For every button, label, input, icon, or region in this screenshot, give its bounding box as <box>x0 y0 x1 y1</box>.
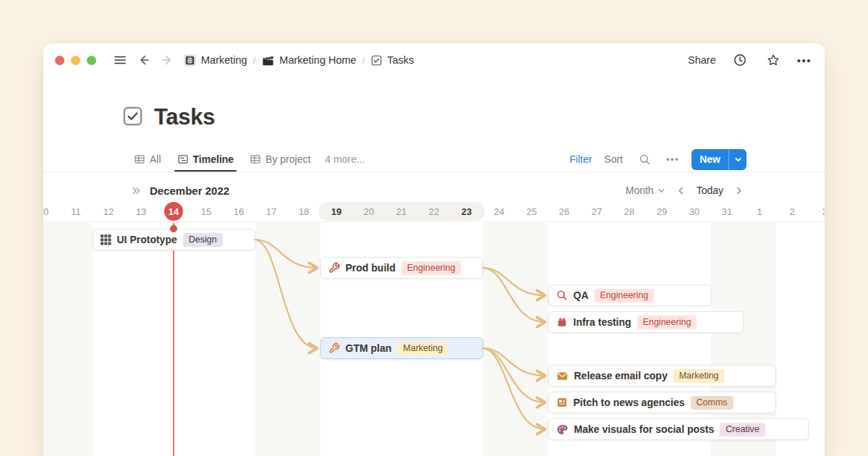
task-tag: Marketing <box>397 342 448 355</box>
envelope-icon <box>556 370 569 382</box>
task-bar-pitch-news-agencies[interactable]: Pitch to news agenciesComms <box>548 392 776 413</box>
task-tag: Engineering <box>595 289 655 303</box>
date-row: 1011121314151617181920212223242526272829… <box>43 201 825 222</box>
task-title: Make visuals for social posts <box>574 423 715 435</box>
date-cell: 31 <box>711 201 744 222</box>
date-cell: 11 <box>60 201 93 222</box>
page-title: Tasks <box>154 104 215 130</box>
date-cell: 25 <box>516 201 548 222</box>
date-cell: 22 <box>418 201 451 222</box>
hamburger-menu-icon[interactable] <box>111 51 129 69</box>
task-bar-gtm-plan[interactable]: GTM planMarketing <box>320 337 483 359</box>
task-tag: Design <box>183 233 223 247</box>
next-period-chevron-right-icon[interactable] <box>734 186 744 195</box>
task-bar-infra-testing[interactable]: Infra testingEngineering <box>548 311 744 333</box>
date-cell: 12 <box>93 201 125 222</box>
minimize-window-button[interactable] <box>71 56 80 65</box>
tab-all[interactable]: All <box>134 147 161 172</box>
date-cell: 17 <box>255 201 288 222</box>
date-cell: 24 <box>483 201 516 222</box>
database-icon <box>183 54 197 67</box>
forward-icon[interactable] <box>157 51 176 69</box>
date-cell: 20 <box>353 201 386 222</box>
timeline-period-label: December 2022 <box>150 185 229 197</box>
task-bar-qa[interactable]: QAEngineering <box>548 284 711 306</box>
weekend-stripe <box>255 223 320 456</box>
gantt-body: New UI PrototypeDesignProd buildEngineer… <box>43 223 825 456</box>
date-cell: 13 <box>125 201 158 222</box>
today-date-badge[interactable]: 14 <box>164 202 183 221</box>
weekend-stripe <box>483 223 548 456</box>
task-title: Release email copy <box>574 370 668 381</box>
date-cell: 30 <box>678 201 711 222</box>
grid-icon <box>101 235 111 245</box>
date-cell: 19 <box>320 201 353 222</box>
sort-button[interactable]: Sort <box>604 153 623 165</box>
new-button-group: New <box>692 149 746 170</box>
date-cell: 1 <box>744 201 776 222</box>
task-bar-release-email-copy[interactable]: Release email copyMarketing <box>548 365 776 387</box>
date-cell: 23 <box>451 201 483 222</box>
table-icon <box>134 153 145 165</box>
search-icon[interactable] <box>635 150 654 169</box>
breadcrumb-separator: / <box>253 55 256 66</box>
date-cell: 10 <box>43 201 60 222</box>
titlebar-actions: Share ••• <box>688 51 812 69</box>
tab-timeline[interactable]: Timeline <box>177 147 234 172</box>
news-icon <box>556 397 568 408</box>
share-button[interactable]: Share <box>688 54 716 66</box>
close-window-button[interactable] <box>55 56 64 65</box>
scale-selector[interactable]: Month <box>626 185 665 196</box>
table-icon <box>250 153 261 165</box>
clock-icon[interactable] <box>731 51 749 69</box>
breadcrumb: Marketing/Marketing Home/Tasks <box>183 54 414 67</box>
search-icon <box>556 290 568 301</box>
date-cell: 27 <box>581 201 613 222</box>
breadcrumb-separator: / <box>362 55 365 66</box>
date-cell: 28 <box>613 201 646 222</box>
prev-period-chevron-left-icon[interactable] <box>676 186 686 195</box>
task-bar-prod-build[interactable]: Prod buildEngineering <box>320 257 483 279</box>
task-tag: Comms <box>691 396 733 410</box>
date-cell: 15 <box>190 201 223 222</box>
desktop-background: Marketing/Marketing Home/Tasks Share •••… <box>0 0 868 456</box>
task-title: QA <box>574 290 589 301</box>
date-cell: 29 <box>646 201 678 222</box>
breadcrumb-item-marketing-home[interactable]: Marketing Home <box>261 54 356 67</box>
double-chevron-icon[interactable] <box>131 185 142 196</box>
task-tag: Engineering <box>637 316 697 329</box>
more-options-icon[interactable]: ••• <box>797 54 812 67</box>
tab-by-project[interactable]: By project <box>250 147 310 172</box>
traffic-lights <box>55 56 96 65</box>
date-cell: 2 <box>776 201 809 222</box>
app-window: Marketing/Marketing Home/Tasks Share •••… <box>43 43 825 456</box>
wrench-icon <box>328 342 340 354</box>
zoom-window-button[interactable] <box>87 56 96 65</box>
new-chevron-down-icon[interactable] <box>729 149 746 170</box>
view-toolbar: Filter Sort ••• New <box>569 149 746 170</box>
more-views-button[interactable]: 4 more... <box>325 153 365 165</box>
checkbox-icon <box>370 54 383 67</box>
view-more-icon[interactable]: ••• <box>666 154 679 165</box>
weekend-stripe <box>43 223 93 456</box>
task-title: Prod build <box>346 262 396 274</box>
timeline-view-icon <box>177 153 189 165</box>
filter-button[interactable]: Filter <box>569 153 592 165</box>
today-line <box>173 223 174 456</box>
task-bar-make-visuals[interactable]: Make visuals for social postsCreative <box>548 418 809 440</box>
timeline-header: December 2022 Month Today <box>43 180 825 201</box>
date-cell: 21 <box>386 201 418 222</box>
breadcrumb-item-tasks[interactable]: Tasks <box>370 54 414 67</box>
task-title: GTM plan <box>346 342 392 354</box>
task-title: Infra testing <box>574 316 631 328</box>
today-button[interactable]: Today <box>697 185 723 196</box>
palette-icon <box>556 423 569 436</box>
back-icon[interactable] <box>135 51 154 69</box>
new-button[interactable]: New <box>692 149 728 170</box>
task-title: Pitch to news agencies <box>574 397 685 408</box>
breadcrumb-item-marketing[interactable]: Marketing <box>183 54 247 67</box>
date-cell: 18 <box>288 201 320 222</box>
date-cell: 26 <box>548 201 581 222</box>
star-icon[interactable] <box>764 51 783 69</box>
clapperboard-icon <box>261 54 275 67</box>
